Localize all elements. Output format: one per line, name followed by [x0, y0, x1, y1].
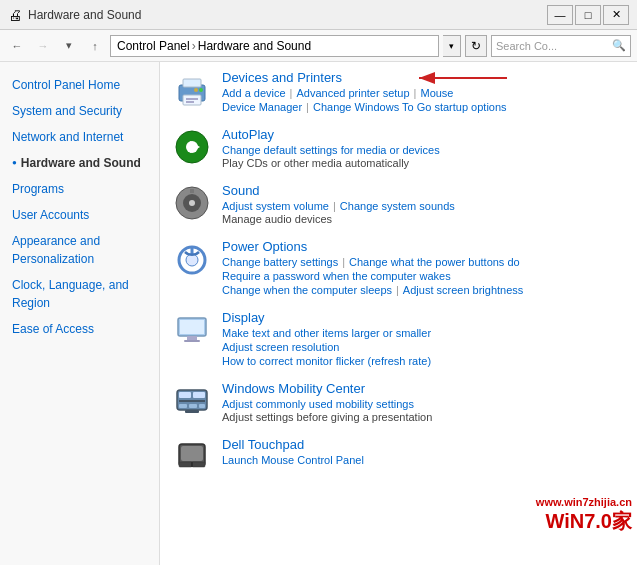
minimize-button[interactable]: —	[547, 5, 573, 25]
back-button[interactable]: ←	[6, 35, 28, 57]
device-manager-link[interactable]: Device Manager	[222, 101, 302, 113]
printer-icon	[172, 70, 212, 110]
autoplay-title[interactable]: AutoPlay	[222, 127, 625, 142]
sidebar-item-programs[interactable]: Programs	[0, 176, 159, 202]
text-size-link[interactable]: Make text and other items larger or smal…	[222, 327, 431, 339]
change-default-media-link[interactable]: Change default settings for media or dev…	[222, 144, 440, 156]
svg-rect-4	[186, 101, 194, 103]
sidebar-item-system-security[interactable]: System and Security	[0, 98, 159, 124]
touchpad-details: Dell Touchpad Launch Mouse Control Panel	[222, 437, 625, 477]
sound-desc: Manage audio devices	[222, 213, 625, 225]
touchpad-title[interactable]: Dell Touchpad	[222, 437, 625, 452]
sound-links: Adjust system volume | Change system sou…	[222, 200, 625, 212]
mobility-title[interactable]: Windows Mobility Center	[222, 381, 625, 396]
content-area: Devices and Printers Add a device |	[160, 62, 637, 565]
svg-rect-30	[199, 404, 205, 408]
svg-rect-35	[192, 462, 205, 467]
svg-rect-29	[189, 404, 197, 408]
monitor-flicker-link[interactable]: How to correct monitor flicker (refresh …	[222, 355, 431, 367]
window-title: Hardware and Sound	[28, 8, 141, 22]
maximize-button[interactable]: □	[575, 5, 601, 25]
sidebar: Control Panel Home System and Security N…	[0, 62, 160, 565]
svg-rect-26	[193, 392, 205, 398]
category-touchpad: Dell Touchpad Launch Mouse Control Panel	[172, 437, 625, 477]
title-buttons: — □ ✕	[547, 5, 629, 25]
search-icon: 🔍	[612, 39, 626, 52]
touchpad-links: Launch Mouse Control Panel	[222, 454, 625, 466]
sidebar-item-ease-of-access[interactable]: Ease of Access	[0, 316, 159, 342]
svg-rect-28	[179, 404, 187, 408]
sidebar-item-user-accounts[interactable]: User Accounts	[0, 202, 159, 228]
autoplay-desc: Play CDs or other media automatically	[222, 157, 625, 169]
battery-settings-link[interactable]: Change battery settings	[222, 256, 338, 268]
power-sublinks2: Change when the computer sleeps | Adjust…	[222, 284, 625, 296]
address-hardware-sound[interactable]: Hardware and Sound	[198, 39, 311, 53]
screen-resolution-link[interactable]: Adjust screen resolution	[222, 341, 339, 353]
svg-rect-27	[179, 400, 205, 402]
change-sounds-link[interactable]: Change system sounds	[340, 200, 455, 212]
category-mobility: Windows Mobility Center Adjust commonly …	[172, 381, 625, 423]
adjust-volume-link[interactable]: Adjust system volume	[222, 200, 329, 212]
watermark: www.win7zhijia.cn WiN7.0家	[536, 496, 632, 535]
sidebar-item-hardware-sound[interactable]: Hardware and Sound	[0, 150, 159, 176]
sidebar-item-clock[interactable]: Clock, Language, and Region	[0, 272, 159, 316]
sidebar-item-network-internet[interactable]: Network and Internet	[0, 124, 159, 150]
mobility-details: Windows Mobility Center Adjust commonly …	[222, 381, 625, 423]
autoplay-details: AutoPlay Change default settings for med…	[222, 127, 625, 169]
power-title[interactable]: Power Options	[222, 239, 625, 254]
power-sublinks: Require a password when the computer wak…	[222, 270, 625, 282]
power-links: Change battery settings | Change what th…	[222, 256, 625, 268]
svg-rect-22	[187, 336, 197, 340]
svg-point-6	[194, 88, 198, 92]
title-bar-left: 🖨 Hardware and Sound	[8, 7, 141, 23]
up-button[interactable]: ↑	[84, 35, 106, 57]
svg-rect-23	[184, 340, 200, 342]
address-control-panel[interactable]: Control Panel	[117, 39, 190, 53]
power-buttons-link[interactable]: Change what the power buttons do	[349, 256, 520, 268]
windows-go-startup-link[interactable]: Change Windows To Go startup options	[313, 101, 507, 113]
devices-printers-title[interactable]: Devices and Printers	[222, 70, 625, 85]
search-box[interactable]: Search Co... 🔍	[491, 35, 631, 57]
arrow-annotation	[407, 68, 527, 88]
refresh-button[interactable]: ↻	[465, 35, 487, 57]
svg-point-15	[189, 200, 195, 206]
mobility-settings-link[interactable]: Adjust commonly used mobility settings	[222, 398, 414, 410]
svg-rect-21	[180, 320, 204, 334]
display-details: Display Make text and other items larger…	[222, 310, 625, 367]
forward-button[interactable]: →	[32, 35, 54, 57]
password-wakes-link[interactable]: Require a password when the computer wak…	[222, 270, 451, 282]
watermark-line2: WiN7.0家	[536, 508, 632, 535]
launch-mouse-link[interactable]: Launch Mouse Control Panel	[222, 454, 364, 466]
mobility-links: Adjust commonly used mobility settings	[222, 398, 625, 410]
category-autoplay: AutoPlay Change default settings for med…	[172, 127, 625, 169]
address-bar: ← → ▾ ↑ Control Panel › Hardware and Sou…	[0, 30, 637, 62]
category-display: Display Make text and other items larger…	[172, 310, 625, 367]
display-sublinks2: How to correct monitor flicker (refresh …	[222, 355, 625, 367]
screen-brightness-link[interactable]: Adjust screen brightness	[403, 284, 523, 296]
touchpad-icon	[172, 437, 212, 477]
advanced-printer-setup-link[interactable]: Advanced printer setup	[296, 87, 409, 99]
sound-title[interactable]: Sound	[222, 183, 625, 198]
dropdown-nav-button[interactable]: ▾	[58, 35, 80, 57]
power-details: Power Options Change battery settings | …	[222, 239, 625, 296]
svg-rect-31	[185, 410, 199, 413]
add-device-link[interactable]: Add a device	[222, 87, 286, 99]
sidebar-item-control-panel-home[interactable]: Control Panel Home	[0, 72, 159, 98]
watermark-line1: www.win7zhijia.cn	[536, 496, 632, 508]
svg-rect-16	[190, 189, 194, 193]
devices-printers-sublinks: Device Manager | Change Windows To Go st…	[222, 101, 625, 113]
computer-sleeps-link[interactable]: Change when the computer sleeps	[222, 284, 392, 296]
power-icon	[172, 239, 212, 279]
title-bar: 🖨 Hardware and Sound — □ ✕	[0, 0, 637, 30]
sidebar-item-appearance[interactable]: Appearance and Personalization	[0, 228, 159, 272]
address-dropdown-button[interactable]: ▾	[443, 35, 461, 57]
devices-printers-details: Devices and Printers Add a device |	[222, 70, 625, 113]
mobility-icon	[172, 381, 212, 421]
category-power: Power Options Change battery settings | …	[172, 239, 625, 296]
autoplay-links: Change default settings for media or dev…	[222, 144, 625, 156]
close-button[interactable]: ✕	[603, 5, 629, 25]
mouse-link[interactable]: Mouse	[420, 87, 453, 99]
svg-rect-34	[179, 462, 192, 467]
category-devices-printers: Devices and Printers Add a device |	[172, 70, 625, 113]
display-title[interactable]: Display	[222, 310, 625, 325]
